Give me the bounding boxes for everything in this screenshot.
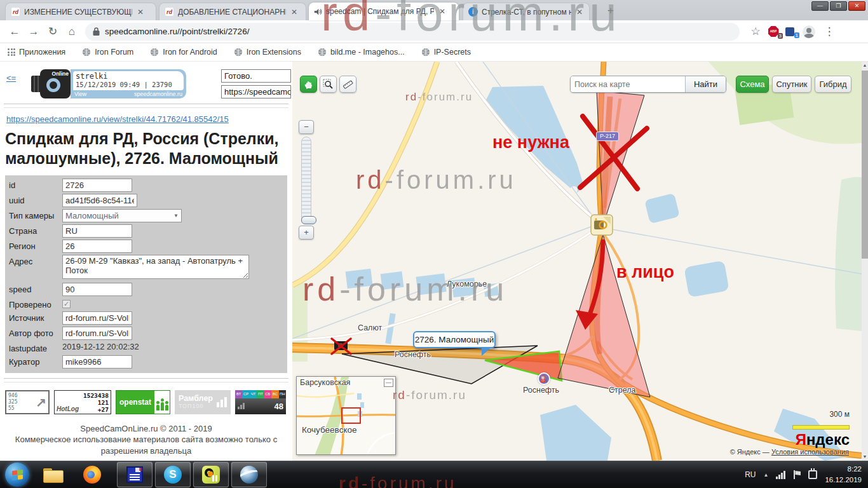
taskbar-editor-button[interactable]: E [117,462,153,487]
field-verified[interactable]: ✓ [62,300,71,308]
tab-4[interactable]: i Стрелка-СТ, в попутном направ ✕ [463,3,590,20]
tab-title: Стрелка-СТ, в попутном направ [482,8,571,17]
globe-icon [318,48,327,57]
tab-close-icon[interactable]: ✕ [575,8,584,17]
taskbar-explorer-button[interactable] [37,462,69,487]
field-curator[interactable] [62,355,132,369]
map-search-input[interactable] [571,76,685,92]
back-link[interactable]: <= [6,73,16,83]
page-scrollbar[interactable]: ▲ ▼ [862,62,868,461]
layer-button-satellite[interactable]: Спутник [772,76,811,93]
pan-tool-button[interactable] [300,76,317,93]
bookmark-label: bild.me - Imagehos... [330,48,405,57]
speedcam-marker-icon[interactable] [591,215,613,235]
menu-dots-icon[interactable]: ⋮ [820,25,839,38]
field-uuid[interactable] [62,194,137,207]
bookmark-item[interactable]: IP-Secrets [421,48,471,57]
network-icon[interactable] [776,471,785,479]
layer-button-scheme[interactable]: Схема [736,76,769,93]
field-speed[interactable] [62,283,132,296]
yandex-logo[interactable]: Яндекс [796,431,850,449]
system-tray: RU ▲ 8:22 16.12.2019 [745,464,868,485]
terms-link[interactable]: Условия использования [771,448,849,456]
tab-2[interactable]: rd ДОБАВЛЕНИЕ СТАЦИОНАРНЫ ✕ [159,3,306,20]
field-label: Автор фото [9,327,62,338]
field-photo-author[interactable] [62,327,132,340]
window-close-button[interactable]: ✕ [848,1,865,11]
hotlog-counter[interactable]: HotLog 1523438 121 +27 [54,390,111,414]
window-maximize-button[interactable]: ❐ [830,1,847,11]
overview-minimap[interactable]: Барсуковская Кочубеевское — [296,376,396,455]
iron-browser-icon [240,466,258,484]
tab-close-icon[interactable]: ✕ [136,8,145,17]
window-minimize-button[interactable]: — [811,1,829,11]
apps-shortcut[interactable]: Приложения [0,48,65,57]
rambler-counter[interactable]: Рамблер ТОП100 [175,390,231,414]
start-button[interactable] [5,463,29,487]
view-link[interactable]: https://speedcamonline.ru/view/strelki/4… [6,114,286,124]
site-logo[interactable]: Online strelki 15/12/2019 09:49 | 23790 … [40,69,186,98]
field-value [62,283,132,296]
zoom-out-button[interactable]: − [299,120,314,134]
forward-icon[interactable]: → [24,25,43,38]
weekday-strip: ВТСРЧТПТСБВСПН [235,390,286,398]
liveinternet-counter[interactable]: 946 325 55 ↗ [5,390,50,414]
tray-expand-icon[interactable]: ▲ [764,472,769,478]
map-balloon[interactable]: 2726. Маломощный [413,331,496,348]
field-camera-type[interactable]: Маломощный▼ [62,209,182,222]
home-icon[interactable]: ⌂ [62,25,81,38]
field-source[interactable] [62,311,132,325]
action-center-flag-icon[interactable] [793,470,801,479]
bookmark-star-icon[interactable]: ☆ [746,25,765,38]
place-label: Роснефть [395,350,431,359]
bookmark-item[interactable]: bild.me - Imagehos... [318,48,405,57]
taskbar-iron-button[interactable] [231,462,267,487]
minimap-collapse-button[interactable]: — [384,379,393,387]
url-box[interactable]: https://speedcamon [221,85,291,98]
field-id[interactable] [62,179,132,192]
reload-icon[interactable]: ↻ [43,25,62,38]
bookmarks-bar: Приложения Iron Forum Iron for Android I… [0,43,868,62]
zoom-select-tool-button[interactable] [320,76,337,93]
field-label: lastupdate [9,342,62,353]
layer-button-hybrid[interactable]: Гибрид [815,76,851,93]
zoom-handle[interactable] [301,216,316,224]
field-address[interactable]: 26-09 М-29 "Кавказ", на запад - Автопатр… [62,255,249,279]
map-search-button[interactable]: Найти [685,76,726,92]
new-tab-button[interactable]: + [602,3,619,20]
clock[interactable]: 8:22 16.12.2019 [825,464,862,485]
bookmark-item[interactable]: Iron Forum [82,48,133,57]
ruler-tool-button[interactable] [339,76,356,93]
power-icon[interactable] [808,470,817,479]
place-label: Стрела [609,386,636,395]
map-canvas[interactable]: Найти Схема Спутник Гибрид − + Р-217 не … [292,62,862,461]
adblock-extension-icon[interactable]: ABP 3 [765,26,782,37]
taskbar-skype-button[interactable]: S [155,462,191,487]
openstat-counter[interactable]: openstat [116,390,170,414]
tab-close-icon[interactable]: ✕ [290,8,299,17]
tab-1[interactable]: rd ИЗМЕНЕНИЕ СУЩЕСТВУЮЩИХ ✕ [5,3,156,20]
zoom-track[interactable] [301,137,311,223]
zoom-in-button[interactable]: + [299,226,314,240]
extension2-icon[interactable]: 1 [782,27,798,36]
minimap-viewport-rect[interactable] [341,407,361,424]
field-region[interactable] [62,240,132,253]
bookmark-item[interactable]: Iron for Android [150,48,217,57]
scrollbar-thumb[interactable] [862,71,868,259]
field-country[interactable] [62,224,132,238]
scroll-down-arrow[interactable]: ▼ [862,453,868,461]
rating-counter[interactable]: ВТСРЧТПТСБВСПН 48 [235,390,286,414]
address-bar[interactable]: speedcamonline.ru//point/strelki/2726/ [85,23,740,41]
taskbar-aimp-button[interactable] [193,462,229,487]
tab-close-icon[interactable]: ✕ [438,7,447,16]
bookmark-item[interactable]: Iron Extensions [234,48,301,57]
fuel-station-icon[interactable]: ⛽ [538,372,550,385]
taskbar-firefox-button[interactable] [76,462,108,487]
back-icon[interactable]: ← [5,25,24,38]
scroll-up-arrow[interactable]: ▲ [862,62,868,69]
screen: rd ИЗМЕНЕНИЕ СУЩЕСТВУЮЩИХ ✕ rd ДОБАВЛЕНИ… [0,0,868,488]
annotation-ne-nuzhna: не нужна [492,133,569,152]
profile-button[interactable] [798,25,820,38]
language-indicator[interactable]: RU [745,470,756,479]
tab-3-active[interactable]: speedcam | Спидкам для РД, Ро ✕ [309,3,459,20]
